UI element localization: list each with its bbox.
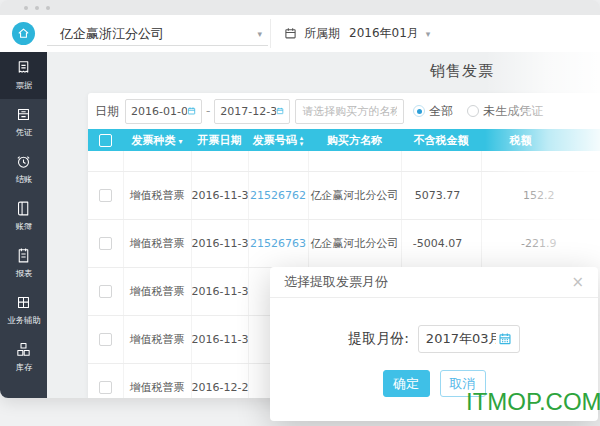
date-from-field[interactable] bbox=[125, 99, 202, 124]
page-title: 销售发票 bbox=[430, 62, 494, 81]
row-checkbox[interactable] bbox=[99, 237, 112, 250]
row-checkbox[interactable] bbox=[99, 189, 112, 202]
invoice-type-cell: 增值税普票 bbox=[123, 171, 191, 219]
row-select-cell bbox=[88, 171, 123, 219]
amount-cell: -5004.07 bbox=[401, 219, 481, 267]
sidebar-item-label: 业务辅助 bbox=[7, 315, 40, 327]
clock-icon bbox=[15, 153, 32, 170]
buyer-name-cell: 亿企赢河北分公司 bbox=[308, 171, 401, 219]
app-screenshot: 亿企赢浙江分公司 ▾ 所属期 2016年01月 ▾ 票据凭证结账账簿报表业务辅助… bbox=[0, 0, 600, 426]
site-watermark: ITMOP.COM bbox=[466, 388, 600, 416]
invoice-date-cell: 2016-11-30 bbox=[191, 267, 248, 315]
filter-bar: 日期 - bbox=[88, 93, 600, 129]
chevron-down-icon: ▾ bbox=[426, 29, 431, 39]
sidebar-item-报表[interactable]: 报表 bbox=[0, 240, 47, 287]
empty-cell bbox=[248, 151, 308, 171]
period-value: 2016年01月 bbox=[349, 25, 419, 42]
invoice-number-cell: 21526763 bbox=[248, 219, 308, 267]
sidebar-item-label: 报表 bbox=[15, 268, 32, 280]
column-header-购买方名称: 购买方名称 bbox=[308, 129, 401, 151]
invoice-number-link[interactable]: 21526763 bbox=[250, 237, 306, 250]
row-select-cell bbox=[88, 219, 123, 267]
date-range-separator: - bbox=[206, 104, 210, 118]
filter-caret-icon[interactable]: ▾ bbox=[178, 137, 182, 146]
calendar-icon bbox=[284, 27, 297, 40]
filter-radio-group: 全部 未生成凭证 bbox=[413, 103, 543, 120]
row-checkbox[interactable] bbox=[99, 381, 112, 394]
invoice-type-cell: 增值税普票 bbox=[123, 315, 191, 363]
sidebar-item-库存[interactable]: 库存 bbox=[0, 334, 47, 381]
extract-month-field[interactable] bbox=[418, 325, 520, 353]
date-to-field[interactable] bbox=[214, 99, 290, 124]
dialog-body: 提取月份: bbox=[270, 325, 598, 353]
column-header-发票号码[interactable]: 发票号码▴▾ bbox=[248, 129, 308, 151]
dialog-header: 选择提取发票月份 × bbox=[270, 267, 598, 298]
invoice-date-cell: 2016-11-30 bbox=[191, 315, 248, 363]
close-icon[interactable]: × bbox=[571, 275, 584, 290]
sidebar-item-票据[interactable]: 票据 bbox=[0, 52, 47, 99]
buyer-search-field[interactable] bbox=[295, 99, 404, 124]
radio-all-label[interactable]: 全部 bbox=[429, 103, 453, 120]
radio-all[interactable] bbox=[413, 105, 425, 117]
invoice-date-cell: 2016-11-30 bbox=[191, 171, 248, 219]
buyer-name-cell: 亿企赢河北分公司 bbox=[308, 219, 401, 267]
invoice-table-header: 发票种类▾开票日期发票号码▴▾购买方名称不含税金额税额 bbox=[88, 129, 600, 151]
column-header-发票种类[interactable]: 发票种类▾ bbox=[123, 129, 191, 151]
sidebar-item-label: 账簿 bbox=[15, 221, 32, 233]
empty-cell bbox=[308, 151, 401, 171]
inventory-boxes-icon bbox=[15, 341, 32, 358]
select-all-checkbox[interactable] bbox=[99, 134, 112, 147]
column-header-不含税金额: 不含税金额 bbox=[401, 129, 481, 151]
app-header: 亿企赢浙江分公司 ▾ 所属期 2016年01月 ▾ bbox=[0, 15, 600, 52]
buyer-search-input[interactable] bbox=[302, 105, 397, 118]
company-selector[interactable]: 亿企赢浙江分公司 ▾ bbox=[47, 15, 270, 52]
calendar-icon[interactable] bbox=[187, 105, 196, 117]
calendar-icon[interactable] bbox=[276, 105, 284, 117]
sidebar-item-结账[interactable]: 结账 bbox=[0, 146, 47, 193]
home-button[interactable] bbox=[12, 22, 35, 45]
calendar-icon[interactable] bbox=[498, 332, 512, 346]
date-from-input[interactable] bbox=[131, 105, 187, 118]
sidebar-nav: 票据凭证结账账簿报表业务辅助库存 bbox=[0, 52, 47, 398]
column-header-开票日期: 开票日期 bbox=[191, 129, 248, 151]
radio-pending[interactable] bbox=[467, 105, 479, 117]
partial-table-row bbox=[88, 151, 600, 171]
date-filter-label: 日期 bbox=[95, 103, 119, 120]
amount-cell: 5073.77 bbox=[401, 171, 481, 219]
extract-month-input[interactable] bbox=[426, 332, 496, 347]
tax-cell: 152.2 bbox=[481, 171, 600, 219]
business-grid-icon bbox=[15, 294, 32, 311]
row-checkbox[interactable] bbox=[99, 333, 112, 346]
select-all-header-cell bbox=[88, 129, 123, 151]
confirm-button[interactable]: 确定 bbox=[383, 370, 430, 397]
home-icon bbox=[17, 27, 30, 40]
sidebar-item-凭证[interactable]: 凭证 bbox=[0, 99, 47, 146]
sidebar-item-业务辅助[interactable]: 业务辅助 bbox=[0, 287, 47, 334]
empty-cell bbox=[191, 151, 248, 171]
ledger-icon bbox=[15, 200, 32, 217]
empty-cell bbox=[401, 151, 481, 171]
invoice-type-cell: 增值税普票 bbox=[123, 219, 191, 267]
empty-cell bbox=[123, 151, 191, 171]
empty-cell bbox=[481, 151, 600, 171]
invoice-number-link[interactable]: 21526762 bbox=[250, 189, 306, 202]
column-header-税额: 税额 bbox=[481, 129, 600, 151]
receipt-icon bbox=[15, 59, 32, 76]
date-to-input[interactable] bbox=[220, 105, 276, 118]
window-control-dot[interactable] bbox=[35, 6, 39, 10]
extract-month-label: 提取月份: bbox=[348, 330, 409, 348]
window-control-dot[interactable] bbox=[24, 6, 28, 10]
sidebar-item-label: 结账 bbox=[15, 174, 32, 186]
period-label: 所属期 bbox=[304, 25, 340, 42]
invoice-type-cell: 增值税普票 bbox=[123, 267, 191, 315]
radio-pending-label[interactable]: 未生成凭证 bbox=[483, 103, 543, 120]
company-name: 亿企赢浙江分公司 bbox=[60, 25, 164, 43]
report-icon bbox=[15, 247, 32, 264]
sidebar-item-账簿[interactable]: 账簿 bbox=[0, 193, 47, 240]
row-checkbox[interactable] bbox=[99, 285, 112, 298]
table-row: 增值税普票2016-11-3021526763亿企赢河北分公司-5004.07-… bbox=[88, 219, 600, 267]
sort-updown-icon[interactable]: ▴▾ bbox=[300, 135, 304, 147]
invoice-type-cell: 增值税普票 bbox=[123, 363, 191, 398]
window-control-dot[interactable] bbox=[46, 6, 50, 10]
period-selector[interactable]: 所属期 2016年01月 ▾ bbox=[271, 15, 430, 52]
